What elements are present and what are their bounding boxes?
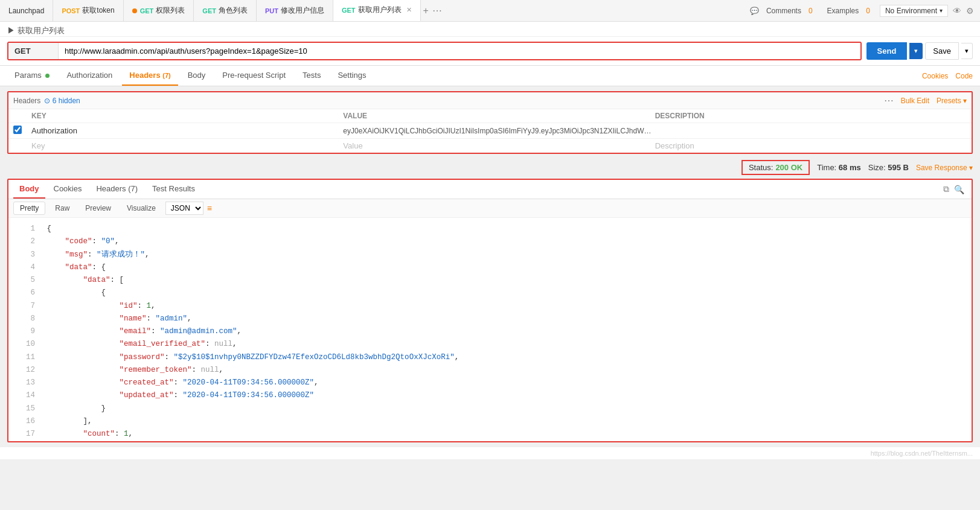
tab-get-users[interactable]: GET 获取用户列表 ✕ xyxy=(333,0,421,22)
tab-label: 获取token xyxy=(82,5,114,16)
tab-params-label: Params xyxy=(14,71,42,80)
tab-settings[interactable]: Settings xyxy=(330,66,373,86)
send-dropdown-icon[interactable]: ▾ xyxy=(909,43,923,59)
tab-dot xyxy=(132,8,137,13)
headers-title: Headers xyxy=(13,97,40,105)
format-preview[interactable]: Preview xyxy=(79,202,117,214)
presets-button[interactable]: Presets ▾ xyxy=(937,97,967,105)
tab-put-userinfo[interactable]: PUT 修改用户信息 xyxy=(257,0,333,22)
more-options-icon[interactable]: ⋯ xyxy=(884,95,894,106)
save-dropdown-icon[interactable]: ▾ xyxy=(961,43,973,59)
url-input[interactable] xyxy=(59,43,860,59)
cookies-link[interactable]: Cookies xyxy=(922,72,948,80)
resp-tab-headers[interactable]: Headers (7) xyxy=(90,180,144,199)
tab-add-area: + ⋯ xyxy=(423,5,442,16)
code-line-10: 10 "email_verified_at": null, xyxy=(18,338,962,351)
method-select[interactable]: GET POST PUT DELETE PATCH xyxy=(8,43,59,59)
tab-params[interactable]: Params xyxy=(7,66,57,86)
code-line-9: 9 "email": "admin@admin.com", xyxy=(18,325,962,338)
format-pretty[interactable]: Pretty xyxy=(13,202,45,215)
save-button[interactable]: Save xyxy=(925,42,959,60)
tab-close-icon[interactable]: ✕ xyxy=(406,6,412,14)
tab-settings-label: Settings xyxy=(338,71,366,80)
tab-label: 权限列表 xyxy=(156,5,185,16)
method-badge-get: GET xyxy=(140,7,154,14)
tab-tests[interactable]: Tests xyxy=(295,66,328,86)
format-raw[interactable]: Raw xyxy=(49,202,75,214)
auth-checkbox[interactable] xyxy=(13,126,22,134)
chevron-down-icon: ▾ xyxy=(940,7,943,14)
tab-post-token[interactable]: POST 获取token xyxy=(53,0,123,22)
comments-label: Comments xyxy=(766,7,801,15)
bulk-edit-button[interactable]: Bulk Edit xyxy=(901,97,929,105)
eye-icon[interactable]: 👁 xyxy=(953,6,961,16)
tab-tests-label: Tests xyxy=(303,71,321,80)
desc-col-header: DESCRIPTION xyxy=(655,112,967,120)
size-label: Size: 595 B xyxy=(868,163,909,172)
more-tabs-icon[interactable]: ⋯ xyxy=(432,5,442,16)
tab-label: 修改用户信息 xyxy=(281,5,324,16)
response-code-view: 1 { 2 "code": "0", 3 "msg": "请求成功！", 4 "… xyxy=(8,218,972,441)
tab-get-roles[interactable]: GET 角色列表 xyxy=(194,0,257,22)
watermark-text: https://blog.csdn.net/TheItternsm... xyxy=(871,450,973,457)
request-tabs: Params Authorization Headers (7) Body Pr… xyxy=(0,66,980,86)
headers-column-row: KEY VALUE DESCRIPTION xyxy=(8,109,972,123)
resp-headers-label: Headers (7) xyxy=(96,184,138,193)
placeholder-value[interactable]: Value xyxy=(343,141,655,150)
tab-get-permissions[interactable]: GET 权限列表 xyxy=(124,0,194,22)
tab-body[interactable]: Body xyxy=(181,66,213,86)
tab-authorization[interactable]: Authorization xyxy=(59,66,120,86)
hidden-headers-badge: ⊙ 6 hidden xyxy=(44,97,80,105)
response-panel: Body Cookies Headers (7) Test Results ⧉ … xyxy=(7,179,973,442)
search-icon[interactable]: 🔍 xyxy=(954,185,964,194)
resp-tab-body[interactable]: Body xyxy=(13,180,45,199)
code-line-5: 5 "data": [ xyxy=(18,274,962,287)
time-label: Time: 68 ms xyxy=(817,163,861,172)
method-badge-get: GET xyxy=(342,7,356,14)
code-line-15: 15 } xyxy=(18,403,962,415)
tab-headers[interactable]: Headers (7) xyxy=(122,66,178,86)
format-bar: Pretty Raw Preview Visualize JSON HTML T… xyxy=(8,199,972,218)
send-button[interactable]: Send xyxy=(866,42,908,60)
format-visualize[interactable]: Visualize xyxy=(121,202,162,214)
method-badge-put: PUT xyxy=(265,7,278,14)
resp-tab-test-results[interactable]: Test Results xyxy=(146,180,201,199)
code-line-2: 2 "code": "0", xyxy=(18,235,962,248)
value-col-header: VALUE xyxy=(343,112,655,120)
tab-bar: Launchpad POST 获取token GET 权限列表 GET 角色列表… xyxy=(0,0,980,22)
tab-pre-request[interactable]: Pre-request Script xyxy=(215,66,293,86)
resp-test-results-label: Test Results xyxy=(152,184,195,193)
response-tabs: Body Cookies Headers (7) Test Results ⧉ … xyxy=(8,180,972,199)
placeholder-key[interactable]: Key xyxy=(31,141,343,150)
copy-icon[interactable]: ⧉ xyxy=(943,184,949,194)
tab-launchpad[interactable]: Launchpad xyxy=(0,0,53,22)
collection-title: ▶ 获取用户列表 xyxy=(7,25,65,36)
tab-label: 获取用户列表 xyxy=(358,5,402,15)
tab-body-label: Body xyxy=(188,71,206,80)
tab-pre-request-label: Pre-request Script xyxy=(222,71,286,80)
environment-selector[interactable]: No Environment ▾ xyxy=(880,5,948,17)
tab-headers-label: Headers (7) xyxy=(129,71,170,80)
header-row-authorization: Authorization eyJ0eXAiOiJKV1QiLCJhbGciOi… xyxy=(8,123,972,139)
code-line-17: 17 "count": 1, xyxy=(18,428,962,441)
url-bar: GET POST PUT DELETE PATCH Send ▾ Save ▾ xyxy=(0,37,980,66)
response-meta-bar: Status: 200 OK Time: 68 ms Size: 595 B S… xyxy=(0,159,980,176)
code-line-11: 11 "password": "$2y$10$1nvhpy0NBZZDFYDzw… xyxy=(18,351,962,364)
code-link[interactable]: Code xyxy=(955,72,973,80)
format-type-select[interactable]: JSON HTML Text XML xyxy=(165,202,203,215)
wrap-lines-icon[interactable]: ≡ xyxy=(207,203,212,213)
add-tab-icon[interactable]: + xyxy=(423,5,429,16)
examples-count: 0 xyxy=(866,7,870,15)
header-value-cell: eyJ0eXAiOiJKV1QiLCJhbGciOiJIUzI1NiIsImp0… xyxy=(343,127,655,135)
params-dot xyxy=(45,74,50,78)
comments-count: 0 xyxy=(809,7,813,15)
code-line-16: 16 ], xyxy=(18,415,962,428)
gear-icon[interactable]: ⚙ xyxy=(966,6,974,16)
placeholder-desc[interactable]: Description xyxy=(655,141,967,150)
resp-tab-cookies[interactable]: Cookies xyxy=(48,180,88,199)
code-line-8: 8 "name": "admin", xyxy=(18,313,962,325)
code-line-1: 1 { xyxy=(18,223,962,235)
checkbox-cell[interactable] xyxy=(13,126,31,136)
env-label: No Environment xyxy=(885,7,937,15)
save-response-button[interactable]: Save Response ▾ xyxy=(916,164,973,172)
